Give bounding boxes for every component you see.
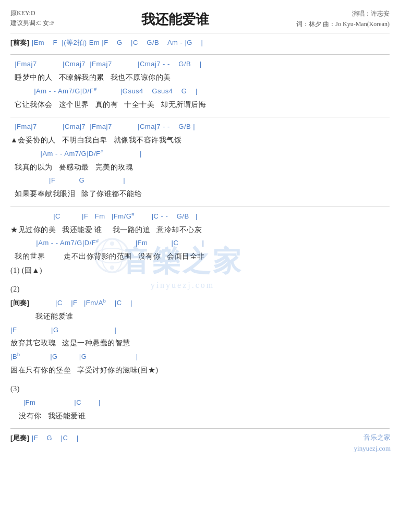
key-info: 原KEY:D 建议男调:C 女:F bbox=[10, 8, 54, 28]
divider-top bbox=[10, 33, 390, 33]
p3-lyric1: 没有你 我还能爱谁 bbox=[10, 409, 390, 424]
song-title: 我还能爱谁 bbox=[54, 8, 296, 29]
v1-lyric2: 它让我体会 这个世界 真的有 十全十美 却无所谓后悔 bbox=[10, 98, 390, 112]
p2-chord1: |F |G | bbox=[10, 324, 390, 337]
v1-lyric1: 睡梦中的人 不瞭解我的累 我也不原谅你的美 bbox=[10, 71, 390, 85]
outro-section: [尾奏] |F G |C | bbox=[10, 432, 390, 445]
p2-lyric2: 困在只有你的堡垒 享受讨好你的滋味(回★) bbox=[10, 364, 390, 378]
outro-chords: [尾奏] |F G |C | bbox=[10, 432, 390, 445]
divider-3 bbox=[10, 207, 390, 207]
intro-section: [前奏] |Em F |(等2拍) Em |F G |C G/B Am - |G… bbox=[10, 37, 390, 50]
p3-chord1: |Fm |C | bbox=[10, 396, 390, 409]
v1-chord2: |Am - - Am7/G|D/F# |Gsus4 Gsus4 G | bbox=[10, 85, 390, 98]
v2-chord3: |F G | bbox=[10, 174, 390, 187]
ch-chord2: |Am - - Am7/G|D/F# |Fm |C | bbox=[10, 237, 390, 250]
part2-label: (2) bbox=[10, 283, 390, 297]
header-area: 原KEY:D 建议男调:C 女:F 我还能爱谁 演唱：许志安 词：林夕 曲：Jo… bbox=[10, 8, 390, 30]
chorus-section: |C |F Fm |Fm/G# |C - - G/B | ★见过你的美 我还能爱… bbox=[10, 210, 390, 278]
lyricist-composer: 词：林夕 曲：Jo Kyu-Man(Korean) bbox=[296, 19, 390, 29]
original-key: 原KEY:D bbox=[10, 8, 54, 18]
interlude-lyric: 我还能爱谁 bbox=[10, 310, 390, 324]
brand-en: yinyuezj.com bbox=[354, 443, 391, 454]
p2-lyric1: 放弃其它玫瑰 这是一种愚蠢的智慧 bbox=[10, 336, 390, 350]
divider-outro bbox=[10, 428, 390, 429]
v2-chord2: |Am - - Am7/G|D/F# | bbox=[10, 148, 390, 161]
verse2-section: |Fmaj7 |Cmaj7 |Fmaj7 |Cmaj7 - - G/B | ▲会… bbox=[10, 120, 390, 201]
suggest-key: 建议男调:C 女:F bbox=[10, 18, 54, 28]
divider-2 bbox=[10, 117, 390, 117]
v2-chord1: |Fmaj7 |Cmaj7 |Fmaj7 |Cmaj7 - - G/B | bbox=[10, 120, 390, 134]
v2-lyric1: ▲会妥协的人 不明白我自卑 就像我不容许我气馁 bbox=[10, 134, 390, 148]
v1-chord1: |Fmaj7 |Cmaj7 |Fmaj7 |Cmaj7 - - G/B | bbox=[10, 58, 390, 71]
part3-label: (3) bbox=[10, 382, 390, 396]
p2-chord2: |Bb |G |G | bbox=[10, 350, 390, 364]
intro-chords: [前奏] |Em F |(等2拍) Em |F G |C G/B Am - |G… bbox=[10, 37, 390, 50]
bottom-brand: 音乐之家 yinyuezj.com bbox=[354, 432, 391, 454]
verse1-section: |Fmaj7 |Cmaj7 |Fmaj7 |Cmaj7 - - G/B | 睡梦… bbox=[10, 58, 390, 112]
interlude-chords: [间奏] |C |F |Fm/Ab |C | bbox=[10, 297, 390, 310]
part2-section: (2) [间奏] |C |F |Fm/Ab |C | 我还能爱谁 |F |G |… bbox=[10, 283, 390, 377]
divider-1 bbox=[10, 54, 390, 55]
ch-repeat: (1) (回▲) bbox=[10, 264, 390, 278]
ch-chord1: |C |F Fm |Fm/G# |C - - G/B | bbox=[10, 210, 390, 223]
part3-section: (3) |Fm |C | 没有你 我还能爱谁 bbox=[10, 382, 390, 423]
ch-lyric2: 我的世界 走不出你背影的范围 没有你 会面目全非 bbox=[10, 250, 390, 264]
ch-lyric1: ★见过你的美 我还能爱 谁 我一路的追 意冷却不心灰 bbox=[10, 223, 390, 237]
v2-lyric2: 我真的以为 要感动最 完美的玫瑰 bbox=[10, 161, 390, 175]
credits: 演唱：许志安 词：林夕 曲：Jo Kyu-Man(Korean) bbox=[296, 8, 390, 30]
v2-lyric3: 如果要奉献我眼泪 除了你谁都不能给 bbox=[10, 187, 390, 201]
performer: 演唱：许志安 bbox=[296, 8, 390, 19]
page: 原KEY:D 建议男调:C 女:F 我还能爱谁 演唱：许志安 词：林夕 曲：Jo… bbox=[0, 0, 400, 461]
brand-cn: 音乐之家 bbox=[354, 432, 391, 443]
